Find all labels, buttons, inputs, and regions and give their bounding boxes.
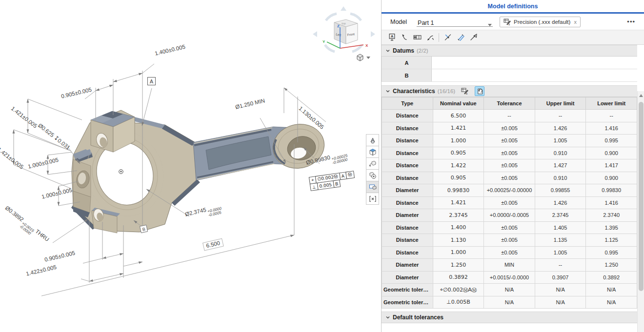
characteristic-row[interactable]: Distance6.500------ xyxy=(382,110,637,122)
characteristic-row[interactable]: Distance1.400±0.0051.4051.395 xyxy=(382,221,637,234)
cell: -- xyxy=(535,110,586,122)
parallel-dimension-button[interactable] xyxy=(454,31,467,43)
intersection-dimension-button[interactable] xyxy=(442,31,454,43)
export-characteristics-button[interactable] xyxy=(475,86,484,96)
characteristic-row[interactable]: Distance1.421±0.0051.4261.416 xyxy=(382,196,637,209)
section-view-icon xyxy=(369,137,377,144)
scrollbar-thumb[interactable] xyxy=(639,102,644,291)
characteristics-count: (16/16) xyxy=(438,88,455,94)
datum-annotation-button[interactable]: A xyxy=(385,31,398,43)
default-tolerances-section-header[interactable]: Default tolerances xyxy=(382,312,637,323)
cell: Distance xyxy=(382,221,433,234)
section-view-button[interactable] xyxy=(366,134,379,146)
column-header[interactable]: Nominal value xyxy=(433,98,484,110)
precision-chip[interactable]: ± Precision (.xxx default) x xyxy=(500,17,581,27)
cube-grid-icon xyxy=(369,148,377,156)
cell: 1.416 xyxy=(586,196,637,209)
cell: 1.125 xyxy=(586,234,637,247)
characteristic-row[interactable]: Distance1.000±0.0051.0050.995 xyxy=(382,246,637,259)
characteristic-row[interactable]: Distance0.905±0.0050.9100.900 xyxy=(382,172,637,184)
panel-content: Datums (2/2) AB Characteristics (16/16) xyxy=(382,45,644,332)
characteristic-row[interactable]: Geometric toleran...⊥0.005BN/AN/AN/A xyxy=(382,296,637,309)
view-orientation-button[interactable] xyxy=(366,169,379,181)
direction-annotation-icon xyxy=(469,33,478,41)
cell: Geometric toleran... xyxy=(382,284,433,296)
view-settings-button[interactable] xyxy=(355,53,370,62)
model-viewport[interactable]: Top Left Front Z X Y xyxy=(0,0,381,332)
datum-letter: B xyxy=(382,69,432,81)
characteristic-row[interactable]: Diameter0.99830+0.00025/-0.000000.998550… xyxy=(382,184,637,197)
cell: N/A xyxy=(535,296,586,309)
precision-icon: ± xyxy=(503,18,511,26)
feature-control-frame-button[interactable] xyxy=(411,31,423,43)
cell: N/A xyxy=(586,284,637,296)
direction-annotation-button[interactable] xyxy=(467,31,480,43)
characteristics-table: TypeNominal valueToleranceUpper limitLow… xyxy=(382,97,637,309)
overflow-menu-button[interactable]: ••• xyxy=(625,18,637,25)
characteristic-row[interactable]: Distance0.905±0.0050.9100.900 xyxy=(382,147,637,159)
characteristic-row[interactable]: Diameter1.250MIN--1.250 xyxy=(382,259,637,272)
characteristic-row[interactable]: Distance1.000±0.0051.0050.995 xyxy=(382,135,637,147)
cell: 0.900 xyxy=(586,147,637,159)
characteristics-section-header[interactable]: Characteristics (16/16) ± xyxy=(382,85,637,97)
cube-icon xyxy=(355,53,365,62)
cell: 1.405 xyxy=(535,221,586,234)
datum-row[interactable]: A xyxy=(382,57,637,69)
scroll-up-button[interactable] xyxy=(638,92,644,99)
datum-a-label[interactable]: A xyxy=(147,77,156,85)
column-header[interactable]: Lower limit xyxy=(586,98,637,110)
characteristic-row[interactable]: Distance1.130±0.0051.1351.125 xyxy=(382,234,637,247)
cell: ±0.005 xyxy=(484,246,535,259)
cell: ±0.005 xyxy=(484,135,535,147)
fcf-modifier: Ⓜ xyxy=(345,171,355,179)
characteristic-row[interactable]: Geometric toleran...⌖∅0.002ⓂAⓂN/AN/AN/A xyxy=(382,284,637,296)
datums-section-header[interactable]: Datums (2/2) xyxy=(382,45,637,57)
display-state-button[interactable] xyxy=(366,181,379,193)
model-select[interactable]: Part 1 xyxy=(417,17,493,27)
datum-b-label[interactable]: B xyxy=(140,225,148,233)
tab-model-definitions[interactable]: Model definitions xyxy=(488,3,538,10)
column-header[interactable]: Tolerance xyxy=(484,98,535,110)
cell: Distance xyxy=(382,196,433,209)
intersection-dimension-icon xyxy=(444,33,452,41)
triangle-up-icon xyxy=(639,94,643,97)
export-icon xyxy=(476,88,483,95)
panel-scrollbar[interactable] xyxy=(637,91,644,332)
rotate-view-button[interactable] xyxy=(366,157,379,170)
feature-control-frame-icon xyxy=(413,33,422,41)
leader-dimension-button[interactable] xyxy=(398,31,411,43)
cell: 1.426 xyxy=(535,122,586,135)
characteristic-row[interactable]: Distance1.422±0.0051.4271.417 xyxy=(382,159,637,172)
cell: Diameter xyxy=(382,259,433,272)
view-cube[interactable]: Top Left Front Z X Y xyxy=(313,6,375,52)
model-definitions-panel: Model definitions Model Part 1 ± Precisi… xyxy=(381,0,644,332)
precision-settings-button[interactable]: ± xyxy=(460,86,470,96)
chip-close-button[interactable]: x xyxy=(574,19,577,25)
svg-text:A: A xyxy=(390,34,393,39)
characteristic-row[interactable]: Distance1.421±0.0051.4261.416 xyxy=(382,122,637,135)
datum-row-body xyxy=(432,69,637,81)
cell: MIN xyxy=(484,259,535,272)
cell: Distance xyxy=(382,147,433,159)
cell: N/A xyxy=(484,284,535,296)
cell: +0.00025/-0.00000 xyxy=(484,184,535,197)
column-header[interactable]: Upper limit xyxy=(535,98,586,110)
annotation-code-button[interactable] xyxy=(366,193,379,205)
cell: ±0.005 xyxy=(484,172,535,184)
cell: Distance xyxy=(382,122,433,135)
cell: 0.905 xyxy=(433,172,484,184)
cell: ±0.005 xyxy=(484,234,535,247)
cell: 2.3745 xyxy=(433,209,484,222)
characteristic-row[interactable]: Diameter2.3745+0.0000/-0.00052.37452.374… xyxy=(382,209,637,222)
viewcube-top-label[interactable]: Top xyxy=(341,22,346,25)
datum-row[interactable]: B xyxy=(382,69,637,82)
cell: 0.905 xyxy=(433,147,484,159)
cell: Distance xyxy=(382,135,433,147)
cell: Geometric toleran... xyxy=(382,296,433,309)
bent-leader-note-button[interactable] xyxy=(423,31,436,43)
column-header[interactable]: Type xyxy=(382,98,433,110)
characteristic-row[interactable]: Diameter0.3892+0.0015/-0.00000.39070.389… xyxy=(382,271,637,284)
shaded-view-button[interactable] xyxy=(366,146,379,158)
screen-cube-icon xyxy=(369,183,377,191)
axis-y-label: Y xyxy=(322,39,325,44)
